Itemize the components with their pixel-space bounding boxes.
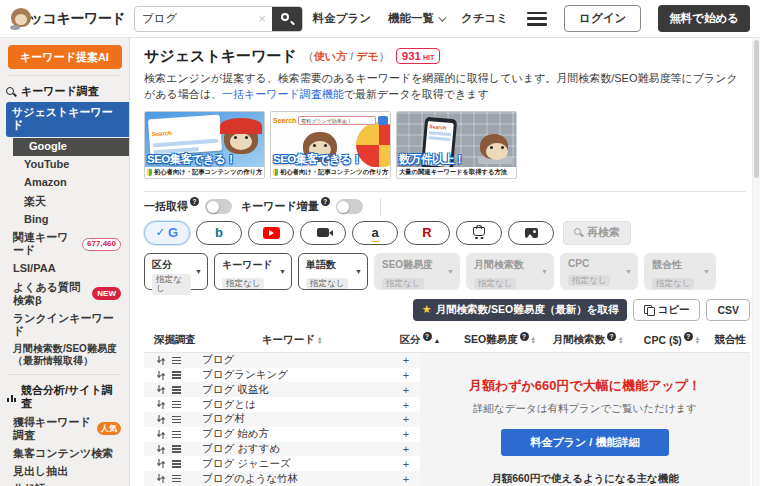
fetch-latest-button[interactable]: ★ 月間検索数/SEO難易度（最新）を取得 [413, 299, 628, 321]
nav-item[interactable]: クチコミ [461, 11, 508, 26]
keyword-cell[interactable]: ブログ 収益化 [190, 383, 392, 397]
banner-seo-article-guide[interactable]: Search SEO集客できる！ 初心者向け・記事コンテンツの作り方 [144, 111, 265, 179]
engine-pill[interactable]: R [404, 221, 450, 245]
sidebar-item[interactable]: 集客コンテンツ検索 [0, 445, 129, 463]
keyword-cell[interactable]: ブログ ジャニーズ [190, 457, 392, 471]
banner-bulk-keywords[interactable]: Search 数万件以上！ 大量の関連キーワードを取得する方法 [396, 111, 517, 179]
keyword-ai-button[interactable]: キーワード提案AI [8, 45, 122, 69]
sidebar-item[interactable]: 楽天 [0, 192, 129, 210]
scrollbar-thumb[interactable] [754, 40, 759, 178]
filter-dropdown[interactable]: 単語数 指定なし ▼ [298, 253, 368, 290]
keyword-cell[interactable]: ブログランキング [190, 368, 392, 382]
deep-dive-icon[interactable] [156, 370, 172, 381]
deep-dive-icon[interactable] [156, 458, 172, 469]
info-icon[interactable]: ? [321, 197, 330, 206]
nav-item[interactable]: 機能一覧 [388, 11, 444, 26]
column-header[interactable]: 月間検索数 ? ▲▼ [544, 333, 632, 347]
add-category-icon[interactable]: + [392, 354, 420, 366]
signup-button[interactable]: 無料で始める [658, 5, 750, 32]
sidebar-item[interactable]: Google [13, 138, 129, 156]
keyword-cell[interactable]: ブログ おすすめ [190, 442, 392, 456]
usage-link[interactable]: 使い方 [314, 50, 347, 62]
add-category-icon[interactable]: + [392, 384, 420, 396]
info-icon[interactable]: ? [684, 332, 693, 341]
engine-pill[interactable]: b [196, 221, 242, 245]
filter-dropdown[interactable]: SEO難易度 指定なし ▼ [374, 253, 460, 290]
sidebar-item[interactable]: LSI/PAA [0, 260, 129, 278]
sidebar-item[interactable]: Bing [0, 210, 129, 228]
sidebar-item[interactable]: よくある質問検索β NEW [0, 278, 129, 309]
sidebar-item[interactable]: 共起語 [0, 481, 129, 486]
copy-button[interactable]: コピー [633, 299, 700, 321]
sidebar-item[interactable] [8, 75, 121, 76]
logo[interactable]: ラッコキーワード [10, 8, 124, 30]
add-category-icon[interactable]: + [392, 399, 420, 411]
add-category-icon[interactable]: + [392, 428, 420, 440]
search-input[interactable] [135, 13, 252, 25]
add-category-icon[interactable]: + [392, 473, 420, 485]
sidebar-item[interactable]: YouTube [0, 156, 129, 174]
info-icon[interactable]: ? [520, 332, 529, 341]
sidebar-item[interactable] [8, 374, 121, 375]
csv-button[interactable]: CSV [706, 299, 750, 321]
filter-dropdown[interactable]: CPC 指定なし ▼ [560, 253, 638, 290]
engine-pill[interactable] [300, 221, 346, 245]
keyword-cell[interactable]: ブログとは [190, 398, 392, 412]
keyword-cell[interactable]: ブログ 始め方 [190, 427, 392, 441]
deep-dive-icon[interactable] [156, 414, 172, 425]
column-header[interactable]: 競合性 [712, 333, 750, 347]
filter-dropdown[interactable]: 競合性 指定なし ▼ [644, 253, 716, 290]
sidebar-item[interactable]: 見出し抽出 [0, 463, 129, 481]
keyword-cell[interactable]: ブログ村 [190, 412, 392, 426]
research-button[interactable]: 再検索 [563, 221, 631, 245]
add-category-icon[interactable]: + [392, 369, 420, 381]
deep-dive-icon[interactable] [156, 399, 172, 410]
add-category-icon[interactable]: + [392, 413, 420, 425]
search-button[interactable] [272, 6, 302, 32]
sidebar-item[interactable]: 競合分析/サイト調査 [0, 379, 129, 413]
column-header[interactable]: SEO難易度 ? ▲▼ [456, 333, 544, 347]
clear-icon[interactable]: × [252, 11, 272, 26]
column-header[interactable]: CPC ($) ? ▲▼ [632, 334, 712, 346]
engine-pill[interactable] [456, 221, 502, 245]
toggle-switch[interactable] [205, 199, 232, 214]
filter-dropdown[interactable]: 区分 指定なし ▼ [144, 253, 208, 290]
add-category-icon[interactable]: + [392, 443, 420, 455]
deep-dive-icon[interactable] [156, 473, 172, 484]
engine-pill[interactable]: a [352, 221, 398, 245]
bulk-research-link[interactable]: 一括キーワード調査機能 [222, 88, 344, 100]
sidebar-item[interactable]: ランクインキーワード [0, 309, 129, 340]
deep-dive-icon[interactable] [156, 355, 172, 366]
sidebar-item[interactable]: キーワード調査 [0, 80, 129, 101]
sidebar-item[interactable]: 月間検索数/SEO難易度 （最新情報取得） [0, 341, 129, 370]
info-icon[interactable]: ? [190, 197, 199, 206]
toggle-switch[interactable] [336, 199, 363, 214]
engine-pill[interactable] [248, 221, 294, 245]
info-icon[interactable]: ? [607, 332, 616, 341]
nav-item[interactable]: 料金プラン [313, 11, 371, 26]
keyword-cell[interactable]: ブログのような竹林 [190, 472, 392, 486]
keyword-cell[interactable]: ブログ [190, 353, 392, 367]
deep-dive-icon[interactable] [156, 444, 172, 455]
hamburger-menu-icon[interactable] [527, 12, 547, 26]
sidebar-item[interactable]: 獲得キーワード調査 人気 [0, 413, 129, 444]
add-category-icon[interactable]: + [392, 458, 420, 470]
banner-seo-article-guide-2[interactable]: Search有料プランで効率化！ SEO集客できる！ 初心者向け・記事コンテンツ… [270, 111, 391, 179]
filter-dropdown[interactable]: キーワード 指定なし ▼ [214, 253, 292, 290]
sidebar-item[interactable]: Amazon [0, 174, 129, 192]
page-scrollbar[interactable] [752, 38, 760, 486]
info-icon[interactable]: ? [423, 332, 432, 341]
deep-dive-icon[interactable] [156, 429, 172, 440]
filter-dropdown[interactable]: 月間検索数 指定なし ▼ [466, 253, 554, 290]
column-header[interactable]: キーワード ▲▼ [200, 333, 384, 347]
demo-link[interactable]: デモ [356, 50, 379, 62]
column-header[interactable]: 区分 ? ▲ [384, 333, 456, 347]
column-header[interactable]: 深掘調査 [144, 333, 200, 347]
engine-pill[interactable] [508, 221, 554, 245]
engine-pill[interactable]: ✓ G [144, 221, 190, 245]
pricing-plan-button[interactable]: 料金プラン / 機能詳細 [501, 429, 670, 456]
sidebar-item[interactable]: サジェストキーワード [6, 102, 129, 136]
sidebar-item[interactable]: 関連キーワード 677,460 [0, 229, 129, 260]
deep-dive-icon[interactable] [156, 384, 172, 395]
login-button[interactable]: ログイン [564, 5, 641, 32]
